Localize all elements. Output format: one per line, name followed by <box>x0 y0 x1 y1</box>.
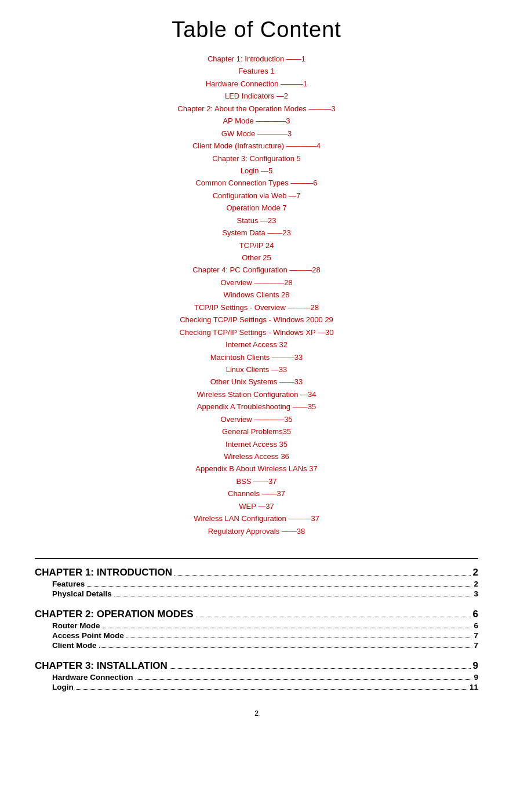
sub-page: 7 <box>474 631 478 640</box>
chapter-3-section: CHAPTER 3: INSTALLATION 9 Hardware Conne… <box>35 660 478 691</box>
dots <box>87 586 471 587</box>
chapter-1-title: CHAPTER 1: INTRODUCTION 2 <box>35 567 478 578</box>
footer-page-number: 2 <box>254 709 259 718</box>
toc-item[interactable]: Chapter 4: PC Configuration ———28 <box>35 264 478 276</box>
toc-item[interactable]: Login —5 <box>35 165 478 177</box>
sub-page: 9 <box>474 673 478 682</box>
sub-item-login: Login 11 <box>35 683 478 691</box>
dots <box>103 628 472 628</box>
toc-item[interactable]: Wireless Station Configuration —34 <box>35 388 478 400</box>
sub-label: Client Mode <box>52 641 97 650</box>
toc-item[interactable]: WEP —37 <box>35 500 478 512</box>
sub-label: Hardware Connection <box>52 673 133 682</box>
toc-item[interactable]: Features 1 <box>35 65 478 77</box>
toc-container: Chapter 1: Introduction ——1 Features 1 H… <box>35 53 478 537</box>
toc-item[interactable]: Checking TCP/IP Settings - Windows XP —3… <box>35 326 478 338</box>
dots <box>76 689 467 690</box>
toc-item[interactable]: Appendix B About Wireless LANs 37 <box>35 463 478 475</box>
chapter-3-title: CHAPTER 3: INSTALLATION 9 <box>35 660 478 672</box>
toc-item[interactable]: TCP/IP Settings - Overview ———28 <box>35 301 478 314</box>
sub-page: 11 <box>470 683 478 691</box>
toc-item[interactable]: BSS ——37 <box>35 475 478 487</box>
toc-item[interactable]: Chapter 3: Configuration 5 <box>35 152 478 165</box>
sub-item-features: Features 2 <box>35 580 478 588</box>
dots <box>170 668 471 669</box>
sub-item-physical-details: Physical Details 3 <box>35 589 478 598</box>
dots <box>99 647 472 648</box>
section-divider <box>35 558 478 559</box>
dots <box>196 617 471 617</box>
toc-item[interactable]: Wireless Access 36 <box>35 450 478 463</box>
dots <box>136 679 472 680</box>
sub-page: 6 <box>474 621 478 630</box>
page-title: Table of Content <box>35 17 478 42</box>
chapter-2-page: 6 <box>473 609 478 620</box>
toc-item[interactable]: GW Mode ————3 <box>35 128 478 140</box>
sub-page: 7 <box>474 641 478 650</box>
toc-item[interactable]: Operation Mode 7 <box>35 202 478 214</box>
chapter-1-label: CHAPTER 1: INTRODUCTION <box>35 567 172 578</box>
toc-item[interactable]: General Problems35 <box>35 425 478 438</box>
toc-item[interactable]: Common Connection Types ———6 <box>35 177 478 189</box>
chapters-list: CHAPTER 1: INTRODUCTION 2 Features 2 Phy… <box>35 567 478 691</box>
chapter-3-page: 9 <box>473 660 478 672</box>
toc-item[interactable]: Chapter 1: Introduction ——1 <box>35 53 478 65</box>
sub-page: 3 <box>474 589 478 598</box>
chapter-3-label: CHAPTER 3: INSTALLATION <box>35 660 168 672</box>
chapter-2-section: CHAPTER 2: OPERATION MODES 6 Router Mode… <box>35 609 478 650</box>
sub-item-router-mode: Router Mode 6 <box>35 621 478 630</box>
toc-item[interactable]: Overview ————35 <box>35 413 478 425</box>
toc-item[interactable]: System Data ——23 <box>35 227 478 239</box>
toc-item[interactable]: Windows Clients 28 <box>35 289 478 301</box>
toc-item[interactable]: Overview ————28 <box>35 276 478 289</box>
sub-item-hardware-connection: Hardware Connection 9 <box>35 673 478 682</box>
toc-item[interactable]: Hardware Connection ———1 <box>35 78 478 90</box>
toc-item[interactable]: TCP/IP 24 <box>35 239 478 252</box>
toc-item[interactable]: Internet Access 32 <box>35 338 478 351</box>
toc-item-other-25[interactable]: Other 25 <box>35 252 478 264</box>
toc-item[interactable]: Wireless LAN Configuration ———37 <box>35 512 478 525</box>
sub-label: Physical Details <box>52 589 112 598</box>
dots <box>174 575 470 576</box>
toc-item[interactable]: Checking TCP/IP Settings - Windows 2000 … <box>35 314 478 326</box>
toc-item[interactable]: Macintosh Clients ———33 <box>35 351 478 363</box>
sub-item-access-point-mode: Access Point Mode 7 <box>35 631 478 640</box>
toc-item[interactable]: LED Indicators —2 <box>35 90 478 102</box>
toc-item[interactable]: Channels ——37 <box>35 487 478 500</box>
chapter-2-label: CHAPTER 2: OPERATION MODES <box>35 609 194 620</box>
toc-item[interactable]: Linux Clients —33 <box>35 363 478 376</box>
sub-label: Features <box>52 580 85 588</box>
sub-label: Login <box>52 683 74 691</box>
chapter-1-page: 2 <box>473 567 478 578</box>
sub-label: Router Mode <box>52 621 100 630</box>
sub-item-client-mode: Client Mode 7 <box>35 641 478 650</box>
chapter-1-section: CHAPTER 1: INTRODUCTION 2 Features 2 Phy… <box>35 567 478 598</box>
dots <box>114 596 472 596</box>
sub-label: Access Point Mode <box>52 631 124 640</box>
toc-item[interactable]: AP Mode ————3 <box>35 115 478 127</box>
toc-item[interactable]: Internet Access 35 <box>35 438 478 450</box>
sub-page: 2 <box>474 580 478 588</box>
toc-item[interactable]: Regulatory Approvals ——38 <box>35 525 478 537</box>
toc-item[interactable]: Client Mode (Infrastructure) ————4 <box>35 140 478 152</box>
dots <box>126 638 472 638</box>
toc-item[interactable]: Configuration via Web —7 <box>35 190 478 202</box>
toc-item[interactable]: Other Unix Systems ——33 <box>35 376 478 388</box>
chapter-2-title: CHAPTER 2: OPERATION MODES 6 <box>35 609 478 620</box>
toc-item[interactable]: Status —23 <box>35 214 478 227</box>
page-footer: 2 <box>35 709 478 718</box>
toc-item[interactable]: Appendix A Troubleshooting ——35 <box>35 400 478 413</box>
toc-item[interactable]: Chapter 2: About the Operation Modes ———… <box>35 103 478 115</box>
